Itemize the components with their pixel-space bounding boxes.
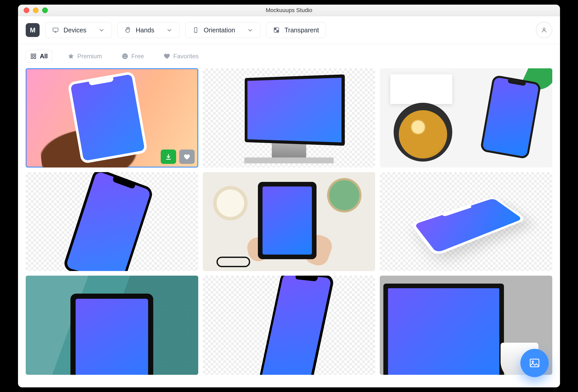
mockup-card[interactable] xyxy=(26,172,198,271)
devices-dropdown[interactable]: Devices xyxy=(45,22,112,38)
svg-point-5 xyxy=(543,28,545,30)
toolbar: M Devices Hands Orientation Transparent xyxy=(18,16,560,44)
svg-rect-3 xyxy=(274,28,276,30)
svg-rect-7 xyxy=(34,54,36,56)
chevron-down-icon xyxy=(98,27,105,33)
filter-favorites[interactable]: Favorites xyxy=(159,50,203,62)
download-button[interactable] xyxy=(161,150,176,164)
heart-icon xyxy=(164,53,170,60)
chevron-down-icon xyxy=(166,27,173,33)
filter-premium-label: Premium xyxy=(77,53,102,60)
user-icon xyxy=(541,27,547,33)
transparent-label: Transparent xyxy=(284,26,319,34)
svg-rect-0 xyxy=(53,28,58,31)
window-controls xyxy=(24,7,48,13)
close-window-button[interactable] xyxy=(24,7,29,13)
card-actions xyxy=(161,150,195,164)
mockup-card[interactable] xyxy=(380,68,552,167)
hands-dropdown[interactable]: Hands xyxy=(118,22,180,38)
app-logo[interactable]: M xyxy=(26,23,40,37)
svg-point-14 xyxy=(532,361,534,362)
smile-icon xyxy=(122,53,128,60)
phone-icon xyxy=(192,27,199,33)
heart-icon xyxy=(183,153,191,160)
svg-rect-9 xyxy=(34,57,36,59)
minimize-window-button[interactable] xyxy=(33,7,39,13)
filter-free-label: Free xyxy=(131,53,144,60)
devices-label: Devices xyxy=(64,26,86,34)
app-logo-letter: M xyxy=(30,26,35,34)
filter-all[interactable]: All xyxy=(26,50,52,63)
svg-rect-4 xyxy=(276,30,279,32)
mockup-card[interactable] xyxy=(26,68,198,167)
star-icon xyxy=(68,53,74,60)
hand-icon xyxy=(124,27,131,33)
mockup-card[interactable] xyxy=(26,276,198,375)
svg-rect-13 xyxy=(530,359,539,367)
download-icon xyxy=(165,153,172,160)
svg-rect-6 xyxy=(31,54,33,56)
filter-free[interactable]: Free xyxy=(118,50,148,62)
transparent-filter[interactable]: Transparent xyxy=(266,22,326,38)
filter-favorites-label: Favorites xyxy=(173,53,199,60)
favorite-button[interactable] xyxy=(179,150,195,164)
fullscreen-window-button[interactable] xyxy=(42,7,48,13)
filter-premium[interactable]: Premium xyxy=(64,50,106,62)
mockup-card[interactable] xyxy=(380,172,552,271)
filter-all-label: All xyxy=(40,53,48,60)
mockup-card[interactable] xyxy=(203,276,375,375)
upload-image-fab[interactable] xyxy=(520,349,549,377)
svg-point-12 xyxy=(125,55,126,56)
window-title: Mockuuups Studio xyxy=(18,7,560,14)
orientation-label: Orientation xyxy=(204,26,235,34)
chevron-down-icon xyxy=(247,27,254,33)
mockup-gallery xyxy=(18,68,560,375)
filter-tabs: All Premium Free Favorites xyxy=(18,44,560,68)
transparency-icon xyxy=(273,27,280,33)
app-window: Mockuuups Studio M Devices Hands Orienta… xyxy=(18,5,560,387)
mockup-card[interactable] xyxy=(203,172,375,271)
grid-icon xyxy=(30,53,37,60)
account-button[interactable] xyxy=(536,22,552,38)
mockup-card[interactable] xyxy=(203,68,375,167)
orientation-dropdown[interactable]: Orientation xyxy=(185,22,260,38)
titlebar: Mockuuups Studio xyxy=(18,5,560,16)
image-icon xyxy=(529,357,540,369)
monitor-icon xyxy=(52,27,59,33)
svg-rect-8 xyxy=(31,57,33,59)
svg-point-10 xyxy=(122,53,128,59)
hands-label: Hands xyxy=(136,26,154,34)
svg-point-11 xyxy=(123,55,124,56)
